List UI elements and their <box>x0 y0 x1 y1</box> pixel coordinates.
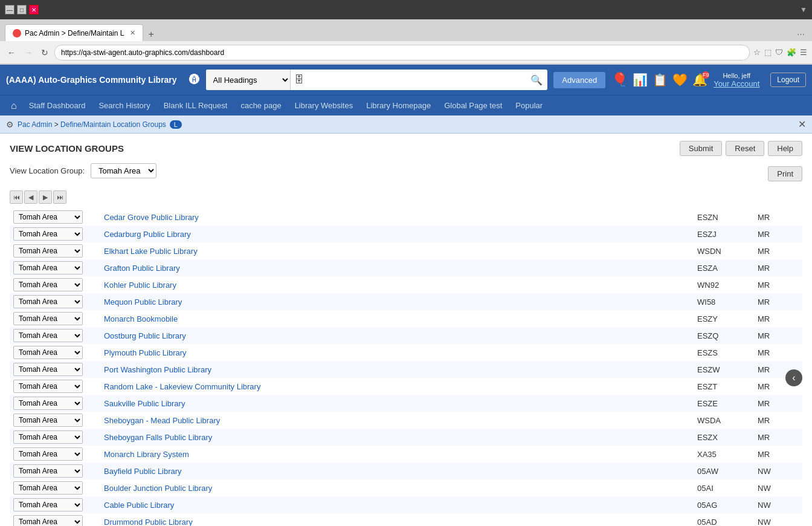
logout-button[interactable]: Logout <box>770 73 806 87</box>
breadcrumb-pac-admin[interactable]: Pac Admin <box>18 120 52 129</box>
last-page-button[interactable]: ⏭ <box>53 190 66 204</box>
next-page-button[interactable]: ▶ <box>39 190 52 204</box>
help-button[interactable]: Help <box>768 141 802 156</box>
row-group-select[interactable]: Tomah Area <box>13 312 83 325</box>
library-link[interactable]: Sheboygan - Mead Public Library <box>104 416 220 425</box>
submit-button[interactable]: Submit <box>680 141 722 156</box>
account-area[interactable]: Hello, jeff Your Account <box>714 72 759 88</box>
nav-library-homepage[interactable]: Library Homepage <box>360 97 437 114</box>
library-link[interactable]: Drummond Public Library <box>104 518 193 527</box>
row-group-select[interactable]: Tomah Area <box>13 346 83 359</box>
row-group-select[interactable]: Tomah Area <box>13 397 83 410</box>
type-cell: MR <box>754 446 802 463</box>
code-cell: ESZE <box>694 395 754 412</box>
group-cell: Tomah Area <box>10 378 94 395</box>
row-group-select[interactable]: Tomah Area <box>13 244 83 258</box>
browser-title: ▼ <box>800 5 807 14</box>
forward-button[interactable]: → <box>22 47 35 59</box>
row-group-select[interactable]: Tomah Area <box>13 515 83 526</box>
maximize-button[interactable]: □ <box>17 5 27 15</box>
library-link[interactable]: Monarch Library System <box>104 450 189 459</box>
nav-staff-dashboard[interactable]: Staff Dashboard <box>23 97 92 114</box>
row-group-select[interactable]: Tomah Area <box>13 447 83 461</box>
row-group-select[interactable]: Tomah Area <box>13 414 83 427</box>
address-input[interactable] <box>54 45 750 60</box>
row-group-select[interactable]: Tomah Area <box>13 227 83 241</box>
library-link[interactable]: Elkhart Lake Public Library <box>104 247 198 256</box>
row-group-select[interactable]: Tomah Area <box>13 295 83 308</box>
list-icon[interactable]: 📋 <box>652 73 668 87</box>
home-nav-button[interactable]: ⌂ <box>6 98 22 114</box>
header-logo-icon[interactable]: 🅐 <box>189 74 200 86</box>
row-group-select[interactable]: Tomah Area <box>13 481 83 495</box>
scroll-right-button[interactable]: ‹ <box>785 369 802 386</box>
library-link[interactable]: Kohler Public Library <box>104 281 176 290</box>
row-group-select[interactable]: Tomah Area <box>13 278 83 291</box>
library-link[interactable]: Mequon Public Library <box>104 297 182 307</box>
nav-search-history[interactable]: Search History <box>92 97 156 114</box>
library-link[interactable]: Monarch Bookmobile <box>104 314 178 323</box>
library-link[interactable]: Random Lake - Lakeview Community Library <box>104 382 260 391</box>
library-link[interactable]: Cable Public Library <box>104 501 174 510</box>
search-type-select[interactable]: All Headings <box>206 70 291 90</box>
library-link[interactable]: Bayfield Public Library <box>104 467 182 476</box>
minimize-button[interactable]: — <box>5 5 14 15</box>
new-tab-button[interactable]: + <box>144 28 157 41</box>
heart-icon[interactable]: 🧡 <box>672 73 688 87</box>
library-link[interactable]: Port Washington Public Library <box>104 365 211 374</box>
breadcrumb-close-button[interactable]: ✕ <box>798 119 806 130</box>
breadcrumb-define-maintain[interactable]: Define/Maintain Location Groups <box>60 120 166 129</box>
location-group-select[interactable]: Tomah Area <box>91 163 156 178</box>
row-group-select[interactable]: Tomah Area <box>13 261 83 274</box>
row-group-select[interactable]: Tomah Area <box>13 430 83 444</box>
nav-blank-ill[interactable]: Blank ILL Request <box>158 97 234 114</box>
row-group-select[interactable]: Tomah Area <box>13 498 83 511</box>
bookmark-icon[interactable]: ☆ <box>753 48 761 57</box>
close-button[interactable]: ✕ <box>29 5 39 15</box>
group-cell: Tomah Area <box>10 395 94 412</box>
active-tab[interactable]: Pac Admin > Define/Maintain L ✕ <box>5 24 143 41</box>
row-group-select[interactable]: Tomah Area <box>13 464 83 478</box>
code-cell: WN92 <box>694 276 754 293</box>
group-cell: Tomah Area <box>10 496 94 513</box>
library-link[interactable]: Cedarburg Public Library <box>104 230 191 239</box>
back-button[interactable]: ← <box>5 47 18 59</box>
barcode-icon[interactable]: 📊 <box>633 73 648 87</box>
library-link[interactable]: Sheboygan Falls Public Library <box>104 433 212 442</box>
reset-button[interactable]: Reset <box>726 141 764 156</box>
row-group-select[interactable]: Tomah Area <box>13 380 83 393</box>
library-link[interactable]: Boulder Junction Public Library <box>104 484 212 493</box>
library-link[interactable]: Grafton Public Library <box>104 264 180 273</box>
balloon-icon[interactable]: 🎈 <box>611 72 628 88</box>
group-cell: Tomah Area <box>10 513 94 526</box>
row-group-select[interactable]: Tomah Area <box>13 329 83 342</box>
group-cell: Tomah Area <box>10 463 94 479</box>
tab-overflow-button[interactable]: ⋯ <box>794 27 807 41</box>
type-cell: MR <box>754 310 802 327</box>
tab-close-button[interactable]: ✕ <box>130 29 135 37</box>
extensions-icon[interactable]: 🧩 <box>787 48 796 57</box>
reload-button[interactable]: ↻ <box>39 47 51 59</box>
nav-popular[interactable]: Popular <box>509 97 549 114</box>
search-button[interactable]: 🔍 <box>526 74 547 86</box>
menu-icon[interactable]: ☰ <box>800 48 807 57</box>
screenshot-icon[interactable]: ⬚ <box>764 48 772 57</box>
table-row: Tomah Area Plymouth Public Library ESZS … <box>10 344 802 361</box>
library-link[interactable]: Oostburg Public Library <box>104 331 186 340</box>
library-link[interactable]: Cedar Grove Public Library <box>104 213 199 222</box>
search-input[interactable] <box>308 76 526 85</box>
nav-global-page-test[interactable]: Global Page test <box>438 97 508 114</box>
library-link[interactable]: Saukville Public Library <box>104 399 185 408</box>
prev-page-button[interactable]: ◀ <box>24 190 37 204</box>
row-group-select[interactable]: Tomah Area <box>13 363 83 376</box>
print-button[interactable]: Print <box>768 166 802 181</box>
first-page-button[interactable]: ⏮ <box>10 190 23 204</box>
nav-cache-page[interactable]: cache page <box>234 97 287 114</box>
code-cell: ESZN <box>694 209 754 226</box>
database-icon[interactable]: 🗄 <box>291 74 308 85</box>
row-group-select[interactable]: Tomah Area <box>13 210 83 224</box>
account-link[interactable]: Your Account <box>714 79 759 88</box>
nav-library-websites[interactable]: Library Websites <box>289 97 359 114</box>
advanced-button[interactable]: Advanced <box>553 72 605 88</box>
library-link[interactable]: Plymouth Public Library <box>104 348 187 357</box>
